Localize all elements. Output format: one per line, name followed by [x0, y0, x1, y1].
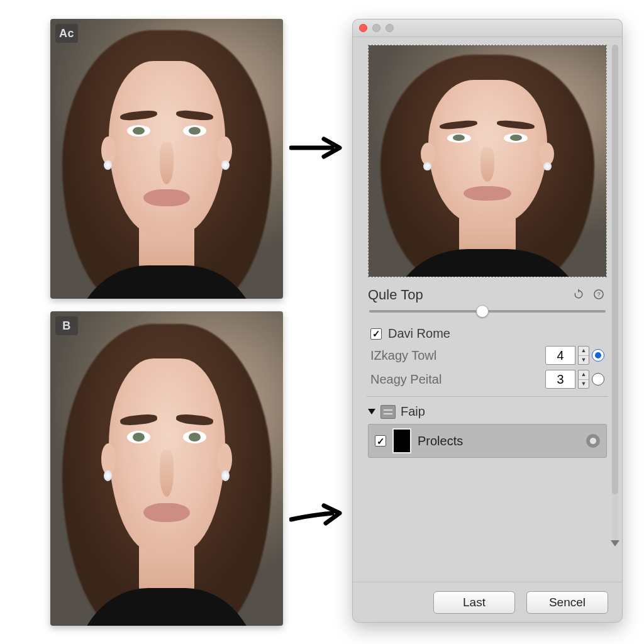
help-icon[interactable]: ? [591, 286, 607, 303]
field1-radio[interactable] [592, 349, 604, 362]
layer-visibility-checkbox[interactable] [375, 435, 386, 447]
reset-icon[interactable] [570, 286, 587, 303]
davi-rome-checkbox[interactable] [370, 328, 382, 340]
arrow-right-icon [289, 135, 346, 160]
source-thumbnail-b[interactable]: B [50, 311, 283, 626]
layer-label: Prolects [418, 434, 463, 448]
thumbnail-badge-a: Ac [55, 24, 78, 43]
field1-label: IZkagy Towl [370, 348, 436, 363]
window-zoom-button[interactable] [386, 24, 394, 32]
source-thumbnail-a[interactable]: Ac [50, 19, 283, 299]
settings-dialog: Qule Top ? Davi Rome IZkagy Towl ▲▼ [352, 19, 623, 623]
arrow-right-icon [289, 503, 346, 528]
layer-section-label: Faip [401, 404, 425, 419]
portrait-image [369, 45, 606, 277]
layers-icon [380, 405, 396, 419]
preview-pane[interactable] [368, 45, 607, 277]
field2-radio[interactable] [592, 373, 604, 386]
ok-button[interactable]: Last [433, 591, 515, 614]
divider [367, 396, 608, 397]
field2-input[interactable] [545, 370, 575, 389]
field2-label: Neagy Peital [370, 372, 441, 387]
portrait-image [50, 311, 283, 626]
section-title: Qule Top [368, 287, 423, 303]
davi-rome-label: Davi Rome [388, 326, 450, 341]
window-close-button[interactable] [359, 24, 367, 32]
window-minimize-button[interactable] [372, 24, 380, 32]
field1-input[interactable] [545, 346, 575, 365]
disclosure-triangle-icon[interactable] [368, 409, 375, 414]
field2-stepper[interactable]: ▲▼ [578, 370, 589, 389]
layer-settings-icon[interactable] [586, 434, 600, 448]
layer-row[interactable]: Prolects [368, 424, 607, 458]
window-titlebar [353, 19, 622, 37]
scrollbar-thumb[interactable] [612, 45, 618, 494]
amount-slider[interactable] [369, 310, 606, 313]
layer-mask-thumbnail[interactable] [392, 428, 411, 453]
svg-text:?: ? [597, 291, 600, 297]
field1-stepper[interactable]: ▲▼ [578, 346, 589, 365]
scroll-down-icon[interactable] [611, 540, 619, 547]
thumbnail-badge-b: B [55, 316, 78, 335]
cancel-button[interactable]: Sencel [526, 591, 608, 614]
slider-thumb[interactable] [476, 305, 489, 318]
vertical-scrollbar[interactable] [612, 45, 618, 544]
portrait-image [50, 19, 283, 299]
